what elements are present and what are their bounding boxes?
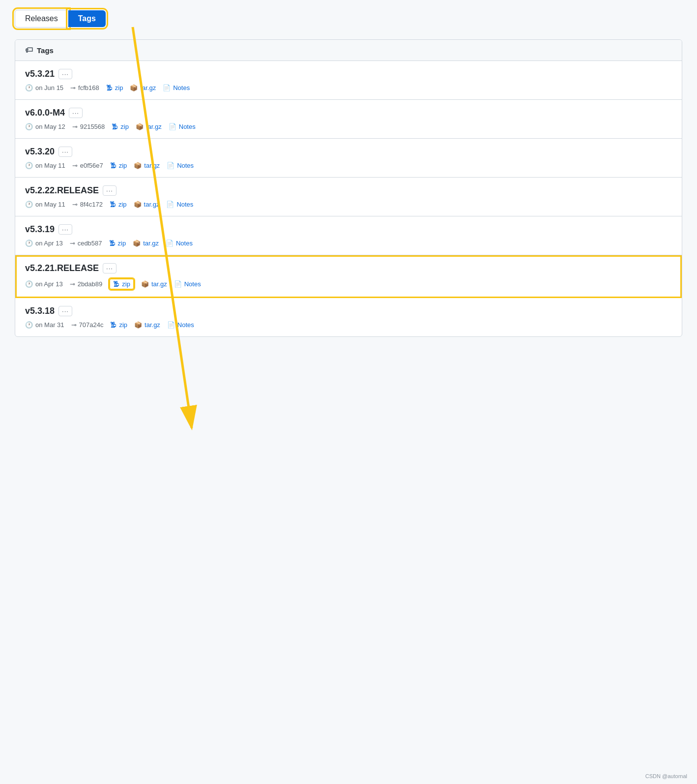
- tag-meta-row: 🕐 on Jun 15⊸ fcfb168🗜 zip📦 tar.gz📄 Notes: [25, 84, 672, 91]
- tag-date: 🕐 on May 11: [25, 201, 65, 208]
- tag-icon: 🏷: [25, 46, 33, 55]
- tag-commit: ⊸ 8f4c172: [72, 201, 103, 208]
- notes-link[interactable]: 📄 Notes: [167, 321, 194, 329]
- zip-icon: 🗜: [113, 280, 119, 288]
- clock-icon: 🕐: [25, 321, 33, 329]
- tag-commit: ⊸ cedb587: [70, 240, 102, 247]
- tag-meta-row: 🕐 on Mar 31⊸ 707a24c🗜 zip📦 tar.gz📄 Notes: [25, 321, 672, 329]
- targz-link[interactable]: 📦 tar.gz: [141, 280, 167, 288]
- zip-icon: 🗜: [110, 201, 116, 208]
- tag-row: v6.0.0-M4···🕐 on May 12⊸ 9215568🗜 zip📦 t…: [15, 100, 682, 139]
- clock-icon: 🕐: [25, 84, 33, 91]
- tag-name-row: v6.0.0-M4···: [25, 108, 672, 118]
- tag-name-row: v5.2.22.RELEASE···: [25, 185, 672, 196]
- targz-link[interactable]: 📦 tar.gz: [134, 321, 160, 329]
- notes-icon: 📄: [163, 84, 171, 91]
- targz-link[interactable]: 📦 tar.gz: [133, 240, 159, 247]
- tag-options-button[interactable]: ···: [58, 224, 72, 235]
- notes-icon: 📄: [169, 123, 176, 130]
- targz-icon: 📦: [136, 123, 144, 130]
- tag-name: v5.2.22.RELEASE: [25, 185, 99, 196]
- commit-icon: ⊸: [72, 162, 78, 169]
- zip-icon: 🗜: [110, 321, 116, 329]
- notes-icon: 📄: [167, 162, 174, 169]
- tag-row: v5.3.18···🕐 on Mar 31⊸ 707a24c🗜 zip📦 tar…: [15, 298, 682, 336]
- tag-row: v5.3.20···🕐 on May 11⊸ e0f56e7🗜 zip📦 tar…: [15, 139, 682, 178]
- commit-icon: ⊸: [70, 84, 76, 91]
- page-wrapper: Releases Tags 🏷 Tags v5.3.21···🕐 on Jun …: [0, 0, 697, 784]
- tag-options-button[interactable]: ···: [58, 69, 72, 79]
- tag-name-row: v5.3.21···: [25, 69, 672, 79]
- tag-date: 🕐 on May 11: [25, 162, 65, 169]
- tag-meta-row: 🕐 on Apr 13⊸ 2bdab89🗜 zip📦 tar.gz📄 Notes: [25, 278, 672, 290]
- tag-name-row: v5.3.19···: [25, 224, 672, 235]
- commit-icon: ⊸: [70, 280, 75, 288]
- tag-meta-row: 🕐 on May 11⊸ 8f4c172🗜 zip📦 tar.gz📄 Notes: [25, 201, 672, 208]
- notes-link[interactable]: 📄 Notes: [163, 84, 190, 91]
- notes-link[interactable]: 📄 Notes: [167, 162, 194, 169]
- clock-icon: 🕐: [25, 280, 33, 288]
- targz-link[interactable]: 📦 tar.gz: [134, 162, 160, 169]
- tag-commit: ⊸ fcfb168: [70, 84, 99, 91]
- commit-icon: ⊸: [70, 240, 75, 247]
- tag-date: 🕐 on Apr 13: [25, 280, 63, 288]
- zip-icon: 🗜: [110, 162, 116, 169]
- notes-icon: 📄: [174, 280, 182, 288]
- notes-link[interactable]: 📄 Notes: [166, 240, 193, 247]
- targz-icon: 📦: [134, 162, 142, 169]
- notes-icon: 📄: [166, 201, 174, 208]
- notes-icon: 📄: [167, 321, 175, 329]
- tag-date: 🕐 on Apr 13: [25, 240, 63, 247]
- clock-icon: 🕐: [25, 240, 33, 247]
- tag-date: 🕐 on Jun 15: [25, 84, 63, 91]
- tag-options-button[interactable]: ···: [103, 263, 116, 273]
- zip-link[interactable]: 🗜 zip: [110, 321, 127, 329]
- tag-commit: ⊸ 9215568: [72, 123, 105, 130]
- releases-tab[interactable]: Releases: [15, 10, 68, 28]
- commit-icon: ⊸: [72, 123, 78, 130]
- tag-options-button[interactable]: ···: [69, 108, 83, 118]
- tag-row: v5.3.19···🕐 on Apr 13⊸ cedb587🗜 zip📦 tar…: [15, 216, 682, 255]
- zip-icon: 🗜: [109, 240, 116, 247]
- targz-link[interactable]: 📦 tar.gz: [136, 123, 162, 130]
- tag-meta-row: 🕐 on Apr 13⊸ cedb587🗜 zip📦 tar.gz📄 Notes: [25, 240, 672, 247]
- tags-tab[interactable]: Tags: [68, 10, 106, 27]
- targz-link[interactable]: 📦 tar.gz: [134, 201, 160, 208]
- tag-row: v5.2.22.RELEASE···🕐 on May 11⊸ 8f4c172🗜 …: [15, 178, 682, 216]
- targz-link[interactable]: 📦 tar.gz: [130, 84, 156, 91]
- zip-link[interactable]: 🗜 zip: [110, 201, 127, 208]
- clock-icon: 🕐: [25, 123, 33, 130]
- tag-options-button[interactable]: ···: [58, 306, 72, 316]
- tags-panel-title: Tags: [37, 46, 54, 55]
- zip-link[interactable]: 🗜 zip: [109, 278, 134, 290]
- zip-link[interactable]: 🗜 zip: [106, 84, 123, 91]
- tags-panel: 🏷 Tags v5.3.21···🕐 on Jun 15⊸ fcfb168🗜 z…: [15, 39, 682, 337]
- targz-icon: 📦: [141, 280, 149, 288]
- zip-link[interactable]: 🗜 zip: [112, 123, 129, 130]
- targz-icon: 📦: [134, 321, 142, 329]
- notes-link[interactable]: 📄 Notes: [166, 201, 193, 208]
- tag-options-button[interactable]: ···: [58, 147, 72, 157]
- targz-icon: 📦: [134, 201, 142, 208]
- tag-name-row: v5.3.20···: [25, 147, 672, 157]
- tag-row: v5.3.21···🕐 on Jun 15⊸ fcfb168🗜 zip📦 tar…: [15, 61, 682, 100]
- notes-link[interactable]: 📄 Notes: [169, 123, 196, 130]
- tag-date: 🕐 on May 12: [25, 123, 65, 130]
- tag-name: v5.3.19: [25, 224, 55, 235]
- clock-icon: 🕐: [25, 201, 33, 208]
- tag-meta-row: 🕐 on May 12⊸ 9215568🗜 zip📦 tar.gz📄 Notes: [25, 123, 672, 130]
- tag-commit: ⊸ 2bdab89: [70, 280, 103, 288]
- tag-name: v6.0.0-M4: [25, 108, 65, 118]
- targz-icon: 📦: [133, 240, 141, 247]
- zip-link[interactable]: 🗜 zip: [110, 162, 127, 169]
- notes-link[interactable]: 📄 Notes: [174, 280, 201, 288]
- tag-options-button[interactable]: ···: [103, 185, 116, 196]
- tag-name: v5.2.21.RELEASE: [25, 263, 99, 273]
- tags-list: v5.3.21···🕐 on Jun 15⊸ fcfb168🗜 zip📦 tar…: [15, 61, 682, 336]
- tag-meta-row: 🕐 on May 11⊸ e0f56e7🗜 zip📦 tar.gz📄 Notes: [25, 162, 672, 169]
- zip-link[interactable]: 🗜 zip: [109, 240, 126, 247]
- clock-icon: 🕐: [25, 162, 33, 169]
- notes-icon: 📄: [166, 240, 174, 247]
- tag-commit: ⊸ e0f56e7: [72, 162, 103, 169]
- tag-commit: ⊸ 707a24c: [71, 321, 104, 329]
